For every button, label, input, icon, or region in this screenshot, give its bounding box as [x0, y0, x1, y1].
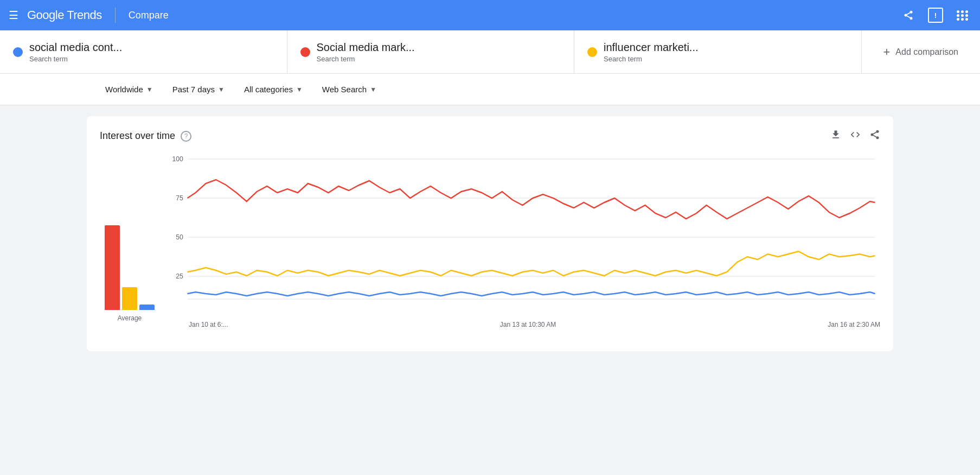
x-label-3: Jan 16 at 2:30 AM	[828, 321, 880, 328]
x-label-1: Jan 10 at 6:...	[189, 321, 228, 328]
chart-container: Average 100 75 50 25	[100, 154, 880, 338]
category-dropdown-icon: ▼	[296, 86, 303, 93]
menu-icon[interactable]: ☰	[9, 9, 18, 22]
search-term-3[interactable]: influencer marketi... Search term	[574, 30, 862, 73]
term2-text: Social media mark... Search term	[317, 41, 415, 63]
filters-row: Worldwide ▼ Past 7 days ▼ All categories…	[0, 74, 980, 105]
page-title: Compare	[129, 10, 169, 21]
term1-type: Search term	[29, 55, 122, 63]
svg-point-0	[910, 11, 913, 14]
svg-line-8	[873, 135, 876, 137]
bar-red	[105, 225, 120, 310]
time-filter[interactable]: Past 7 days ▼	[165, 80, 232, 98]
svg-point-5	[876, 130, 879, 133]
search-type-dropdown-icon: ▼	[370, 86, 376, 93]
category-label: All categories	[244, 85, 293, 94]
svg-line-3	[907, 16, 910, 17]
main-content: Interest over time ?	[0, 105, 980, 371]
term2-dot	[300, 47, 310, 57]
category-filter[interactable]: All categories ▼	[236, 80, 310, 98]
svg-text:25: 25	[176, 273, 183, 280]
add-comparison-button[interactable]: + Add comparison	[862, 30, 980, 73]
average-label: Average	[118, 314, 142, 322]
card-title-row: Interest over time ?	[100, 130, 191, 142]
embed-code-icon[interactable]	[850, 129, 861, 143]
region-label: Worldwide	[105, 85, 143, 94]
bar-yellow	[122, 287, 137, 310]
card-actions	[830, 129, 880, 143]
share-card-icon[interactable]	[869, 129, 880, 143]
term3-label: influencer marketi...	[604, 41, 699, 54]
bar-blue	[139, 305, 155, 310]
region-dropdown-icon: ▼	[146, 86, 153, 93]
svg-line-9	[873, 132, 876, 134]
svg-point-1	[905, 14, 907, 17]
time-label: Past 7 days	[172, 85, 215, 94]
term3-text: influencer marketi... Search term	[604, 41, 699, 63]
interest-over-time-card: Interest over time ?	[87, 116, 893, 351]
search-term-2[interactable]: Social media mark... Search term	[287, 30, 575, 73]
svg-text:50: 50	[176, 233, 183, 241]
help-icon[interactable]: ?	[181, 131, 191, 142]
add-comparison-label: Add comparison	[895, 47, 958, 57]
term1-dot	[13, 47, 23, 57]
app-logo: Google Trends	[27, 8, 102, 22]
svg-text:75: 75	[176, 194, 183, 202]
red-line	[187, 180, 875, 219]
plus-icon: +	[883, 45, 891, 59]
term2-type: Search term	[317, 55, 415, 63]
term2-label: Social media mark...	[317, 41, 415, 54]
search-terms-bar: social media cont... Search term Social …	[0, 30, 980, 74]
term3-type: Search term	[604, 55, 699, 63]
svg-line-4	[907, 12, 910, 14]
average-bar-chart	[105, 201, 155, 310]
app-header: ☰ Google Trends Compare !	[0, 0, 980, 30]
apps-icon[interactable]	[954, 7, 971, 24]
header-actions: !	[900, 7, 971, 24]
x-axis-labels: Jan 10 at 6:... Jan 13 at 10:30 AM Jan 1…	[165, 319, 880, 328]
svg-text:100: 100	[172, 155, 183, 163]
svg-point-2	[910, 17, 913, 20]
blue-line	[187, 292, 875, 296]
term1-label: social media cont...	[29, 41, 122, 54]
line-chart-area: 100 75 50 25 Jan 10 at 6:... Jan 13 at 1…	[165, 154, 880, 338]
line-chart-svg: 100 75 50 25	[165, 154, 880, 316]
svg-point-7	[876, 136, 879, 139]
yellow-line	[187, 251, 875, 276]
term3-dot	[587, 47, 597, 57]
search-type-label: Web Search	[322, 85, 367, 94]
x-label-2: Jan 13 at 10:30 AM	[500, 321, 556, 328]
time-dropdown-icon: ▼	[218, 86, 225, 93]
search-type-filter[interactable]: Web Search ▼	[315, 80, 384, 98]
chart-sidebar: Average	[100, 201, 165, 338]
download-icon[interactable]	[830, 129, 841, 143]
search-term-1[interactable]: social media cont... Search term	[0, 30, 287, 73]
card-header: Interest over time ?	[100, 129, 880, 143]
feedback-icon[interactable]: !	[928, 8, 943, 23]
share-icon[interactable]	[900, 7, 917, 24]
term1-text: social media cont... Search term	[29, 41, 122, 63]
header-divider	[115, 8, 116, 23]
region-filter[interactable]: Worldwide ▼	[98, 80, 161, 98]
svg-point-6	[871, 134, 874, 136]
card-title: Interest over time	[100, 130, 175, 142]
